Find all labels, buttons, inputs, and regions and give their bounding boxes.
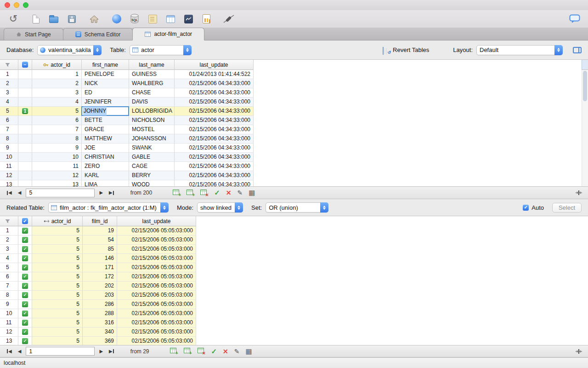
- linked-checkbox-icon[interactable]: ✓: [22, 274, 28, 280]
- select-all-checkbox[interactable]: −: [18, 60, 32, 70]
- grid-cell[interactable]: 288: [83, 309, 117, 318]
- grid-cell[interactable]: 13: [32, 180, 82, 186]
- filter-header-cell[interactable]: [0, 60, 18, 70]
- row-number-cell[interactable]: 6: [0, 272, 18, 282]
- grid-cell[interactable]: GRACE: [82, 125, 129, 134]
- row-number-cell[interactable]: 4: [0, 98, 18, 107]
- vertical-scrollbar[interactable]: [582, 70, 588, 186]
- grid-cell[interactable]: 203: [83, 291, 117, 300]
- table-row[interactable]: 3✓58502/15/2006 05:05:03:000: [0, 245, 588, 254]
- grid-cell[interactable]: 02/15/2006 05:05:03:000: [117, 318, 196, 328]
- grid-cell[interactable]: 02/15/2006 05:05:03:000: [117, 272, 196, 282]
- previous-record-button[interactable]: ◀: [17, 190, 23, 195]
- row-number-cell[interactable]: 9: [0, 300, 18, 309]
- sql-editor-button[interactable]: SQL: [128, 12, 141, 26]
- row-number-cell[interactable]: 9: [0, 144, 18, 153]
- column-header-last-update[interactable]: last_update: [175, 60, 254, 70]
- table-row[interactable]: 1✓51902/15/2006 05:05:03:000: [0, 226, 588, 236]
- grid-cell[interactable]: JOE: [82, 144, 129, 153]
- row-number-cell[interactable]: 1: [0, 70, 18, 79]
- linked-checkbox-icon[interactable]: ✓: [22, 329, 28, 335]
- table-row[interactable]: 1313LIMAWOOD02/15/2006 04:34:33:000: [0, 180, 588, 186]
- row-number-cell[interactable]: 7: [0, 282, 18, 291]
- table-row[interactable]: 2✓55402/15/2006 05:05:03:000: [0, 236, 588, 245]
- grid-cell[interactable]: 02/15/2006 05:05:03:000: [117, 337, 196, 345]
- row-checkbox-cell[interactable]: [18, 125, 32, 134]
- chart-button[interactable]: [181, 12, 195, 26]
- related-table-select[interactable]: film_actor : fk_film_actor_actor (1:M): [48, 202, 169, 213]
- row-checkbox-cell[interactable]: ✓: [18, 318, 32, 328]
- row-number-cell[interactable]: 7: [0, 125, 18, 134]
- row-number-cell[interactable]: 8: [0, 291, 18, 300]
- zoom-window-button[interactable]: [23, 2, 28, 8]
- row-number-cell[interactable]: 13: [0, 180, 18, 186]
- grid-cell[interactable]: 316: [83, 318, 117, 328]
- row-checkbox-cell[interactable]: ✓: [18, 328, 32, 337]
- grid-cell[interactable]: 5: [32, 263, 83, 272]
- edit-record-icon[interactable]: ✎: [237, 189, 243, 196]
- row-checkbox-cell[interactable]: [18, 134, 32, 144]
- row-number-cell[interactable]: 2: [0, 79, 18, 88]
- grid-cell[interactable]: LIMA: [82, 180, 129, 186]
- grid-cell[interactable]: 02/15/2006 04:34:33:000: [175, 116, 254, 125]
- column-header-film-id[interactable]: film_id: [83, 216, 117, 226]
- linked-checkbox-icon[interactable]: ✓: [22, 310, 28, 316]
- grid-cell[interactable]: 5: [32, 309, 83, 318]
- grid-cell[interactable]: LOLLOBRIGIDA: [129, 107, 175, 116]
- row-checkbox-cell[interactable]: ✓: [18, 282, 32, 291]
- accept-changes-icon[interactable]: ✓: [214, 189, 220, 197]
- row-checkbox-cell[interactable]: [18, 116, 32, 125]
- previous-record-button[interactable]: ◀: [17, 349, 23, 354]
- row-checkbox-cell[interactable]: 1: [18, 107, 32, 116]
- grid-cell[interactable]: 6: [32, 116, 82, 125]
- table-row[interactable]: 13✓536902/15/2006 05:05:03:000: [0, 337, 588, 345]
- grid-cell[interactable]: 172: [83, 272, 117, 282]
- select-button[interactable]: Select: [552, 203, 582, 213]
- grid-view-icon[interactable]: ▦: [246, 347, 252, 356]
- grid-cell[interactable]: PENELOPE: [82, 70, 129, 79]
- grid-cell[interactable]: 85: [83, 245, 117, 254]
- accept-changes-icon[interactable]: ✓: [211, 347, 217, 356]
- grid-cell[interactable]: 5: [32, 245, 83, 254]
- grid-cell[interactable]: 02/15/2006 05:05:03:000: [117, 309, 196, 318]
- row-checkbox-cell[interactable]: ✓: [18, 254, 32, 263]
- grid-cell[interactable]: 340: [83, 328, 117, 337]
- insert-record-icon[interactable]: +: [187, 190, 194, 196]
- scrollbar-thumb[interactable]: [583, 71, 587, 101]
- grid-cell[interactable]: CHRISTIAN: [82, 153, 129, 162]
- row-checkbox-cell[interactable]: ✓: [18, 226, 32, 236]
- grid-cell[interactable]: 19: [83, 226, 117, 236]
- grid-cell[interactable]: 5: [32, 328, 83, 337]
- grid-cell[interactable]: GABLE: [129, 153, 175, 162]
- splitter-icon[interactable]: [575, 190, 582, 196]
- row-number-cell[interactable]: 11: [0, 318, 18, 328]
- splitter-icon[interactable]: [575, 349, 582, 354]
- first-record-button[interactable]: ◀: [6, 190, 13, 195]
- insert-record-icon[interactable]: +: [184, 348, 192, 355]
- grid-cell[interactable]: BETTE: [82, 116, 129, 125]
- row-checkbox-cell[interactable]: ✓: [18, 300, 32, 309]
- table-row[interactable]: 6✓517202/15/2006 05:05:03:000: [0, 272, 588, 282]
- row-number-cell[interactable]: 3: [0, 245, 18, 254]
- column-header-actor-id[interactable]: actor_id: [32, 216, 83, 226]
- revert-tables-button[interactable]: ↺ Revert Tables: [383, 46, 429, 53]
- grid-cell[interactable]: 02/15/2006 05:05:03:000: [117, 226, 196, 236]
- cancel-changes-icon[interactable]: ✕: [223, 348, 228, 355]
- last-record-button[interactable]: ▶: [107, 349, 115, 354]
- grid-cell[interactable]: SWANK: [129, 144, 175, 153]
- row-number-cell[interactable]: 3: [0, 88, 18, 98]
- grid-view-icon[interactable]: ▦: [249, 189, 255, 197]
- table-row[interactable]: 12✓534002/15/2006 05:05:03:000: [0, 328, 588, 337]
- form-button[interactable]: [164, 12, 177, 26]
- delete-record-icon[interactable]: ✕: [198, 348, 205, 355]
- grid-cell[interactable]: GUINESS: [129, 70, 175, 79]
- grid-cell[interactable]: 02/15/2006 05:05:03:000: [117, 263, 196, 272]
- row-number-cell[interactable]: 10: [0, 309, 18, 318]
- grid-cell[interactable]: 171: [83, 263, 117, 272]
- table-row[interactable]: 1212KARLBERRY02/15/2006 04:34:33:000: [0, 171, 588, 180]
- next-record-button[interactable]: ▶: [98, 190, 104, 195]
- grid-cell[interactable]: 5: [32, 236, 83, 245]
- row-checkbox-cell[interactable]: [18, 171, 32, 180]
- panel-toggle-icon[interactable]: [573, 47, 582, 53]
- column-header-actor-id[interactable]: actor_id: [32, 60, 82, 70]
